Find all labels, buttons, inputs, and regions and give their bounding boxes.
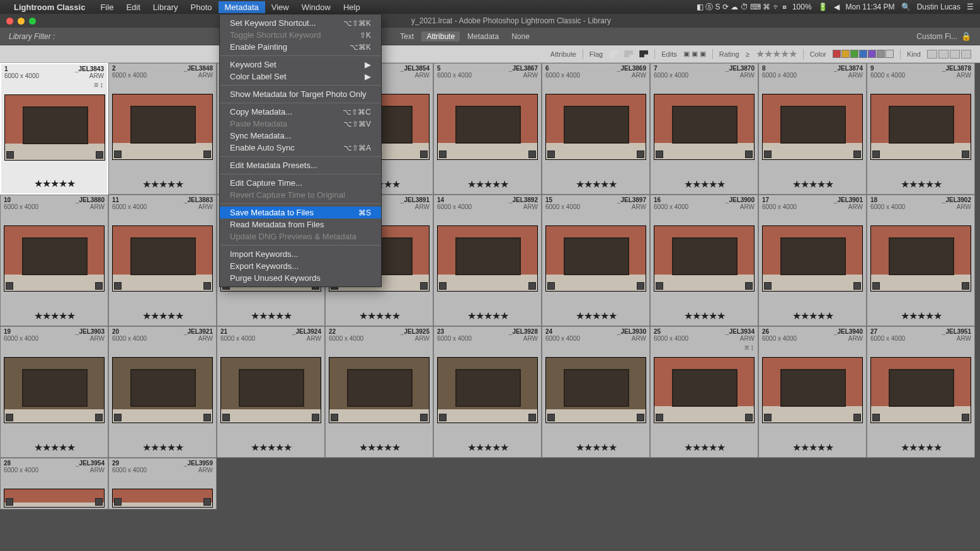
rating-stars[interactable]: ★★★★★ <box>684 178 725 190</box>
menu-item[interactable]: Edit Metadata Presets... <box>220 159 381 171</box>
thumbnail-cell[interactable]: 29_JEL39596000 x 4000ARW <box>108 458 217 509</box>
kind-buttons[interactable] <box>927 50 971 59</box>
rating-stars[interactable]: ★★★★★ <box>142 310 183 322</box>
thumbnail-image[interactable] <box>545 94 646 160</box>
thumbnail-cell[interactable]: 22_JEL39256000 x 4000ARW★★★★★ <box>325 326 433 458</box>
flag-rejected-icon[interactable] <box>639 50 648 57</box>
search-icon[interactable]: 🔍 <box>901 3 911 11</box>
filter-preset[interactable]: Custom Fi... <box>916 32 957 41</box>
menu-item[interactable]: Set Keyword Shortcut...⌥⇧⌘K <box>220 17 381 29</box>
color-swatch[interactable] <box>841 50 850 58</box>
thumbnail-image[interactable] <box>4 94 105 161</box>
rating-stars[interactable]: ★★★★★ <box>251 310 292 322</box>
filter-tab-text[interactable]: Text <box>395 31 419 42</box>
thumbnail-image[interactable] <box>870 357 971 423</box>
menu-item[interactable]: Edit Capture Time... <box>220 177 381 189</box>
thumbnail-image[interactable] <box>112 225 213 292</box>
thumbnail-image[interactable] <box>870 225 971 292</box>
thumbnail-image[interactable] <box>4 225 105 292</box>
thumbnail-cell[interactable]: 1_JEL38436000 x 4000ARW≡↕★★★★★ <box>0 63 108 195</box>
menu-photo[interactable]: Photo <box>185 1 219 13</box>
thumbnail-cell[interactable]: 19_JEL39036000 x 4000ARW★★★★★ <box>0 326 108 458</box>
rating-op[interactable]: ≥ <box>746 50 749 58</box>
color-swatch[interactable] <box>877 50 885 58</box>
thumbnail-cell[interactable]: 11_JEL38836000 x 4000ARW★★★★★ <box>108 195 217 326</box>
filter-tab-attribute[interactable]: Attribute <box>421 31 460 42</box>
thumbnail-cell[interactable]: 2_JEL38486000 x 4000ARW★★★★★ <box>108 63 217 195</box>
thumbnail-cell[interactable]: 20_JEL39216000 x 4000ARW★★★★★ <box>108 326 217 458</box>
traffic-lights[interactable] <box>0 18 42 25</box>
rating-stars[interactable]: ★★★★★ <box>901 310 942 322</box>
thumbnail-cell[interactable]: 26_JEL39406000 x 4000ARW★★★★★ <box>758 326 867 458</box>
thumbnail-image[interactable] <box>654 357 755 423</box>
thumbnail-cell[interactable]: 21_JEL39246000 x 4000ARW★★★★★ <box>217 326 325 458</box>
rating-stars[interactable]: ★★★★★ <box>756 48 797 60</box>
thumbnail-cell[interactable]: 15_JEL38976000 x 4000ARW★★★★★ <box>542 195 650 326</box>
rating-stars[interactable]: ★★★★★ <box>142 178 183 190</box>
rating-stars[interactable]: ★★★★★ <box>684 310 725 322</box>
rating-stars[interactable]: ★★★★★ <box>34 310 75 322</box>
rating-stars[interactable]: ★★★★★ <box>792 310 833 322</box>
menu-window[interactable]: Window <box>295 1 337 13</box>
rating-stars[interactable]: ★★★★★ <box>576 310 617 322</box>
color-swatch[interactable] <box>886 50 894 58</box>
minimize-icon[interactable] <box>18 18 25 25</box>
menu-edit[interactable]: Edit <box>120 1 146 13</box>
thumbnail-cell[interactable]: 9_JEL38786000 x 4000ARW★★★★★ <box>867 63 975 195</box>
lock-icon[interactable]: 🔒 <box>961 31 971 41</box>
menu-item[interactable]: Color Label Set▶ <box>220 71 381 82</box>
rating-stars[interactable]: ★★★★★ <box>792 441 833 453</box>
menu-help[interactable]: Help <box>337 1 367 13</box>
zoom-icon[interactable] <box>29 18 36 25</box>
thumbnail-image[interactable] <box>4 357 105 423</box>
thumbnail-cell[interactable]: 24_JEL39306000 x 4000ARW★★★★★ <box>542 326 650 458</box>
thumbnail-cell[interactable]: 28_JEL39546000 x 4000ARW <box>0 458 108 509</box>
rating-stars[interactable]: ★★★★★ <box>359 441 400 453</box>
thumbnail-image[interactable] <box>762 357 863 423</box>
thumbnail-image[interactable] <box>112 357 213 423</box>
menu-file[interactable]: File <box>94 1 120 13</box>
thumbnail-image[interactable] <box>437 225 538 292</box>
user-name[interactable]: Dustin Lucas <box>917 3 960 11</box>
thumbnail-image[interactable] <box>329 357 430 423</box>
thumbnail-cell[interactable]: 5_JEL38676000 x 4000ARW★★★★★ <box>433 63 542 195</box>
rating-stars[interactable]: ★★★★★ <box>251 441 292 453</box>
thumbnail-image[interactable] <box>545 357 646 423</box>
menu-item[interactable]: Enable Painting⌥⌘K <box>220 41 381 53</box>
menu-icon[interactable]: ☰ <box>967 3 974 11</box>
edits-icon[interactable]: ▣ ▣ ▣ <box>683 50 706 58</box>
menu-item[interactable]: Read Metadata from Files <box>220 219 381 230</box>
thumbnail-cell[interactable]: 23_JEL39286000 x 4000ARW★★★★★ <box>433 326 542 458</box>
menu-item[interactable]: Save Metadata to Files⌘S <box>220 207 381 219</box>
menu-view[interactable]: View <box>265 1 295 13</box>
thumbnail-cell[interactable]: 27_JEL39516000 x 4000ARW★★★★★ <box>867 326 975 458</box>
rating-stars[interactable]: ★★★★★ <box>34 178 75 190</box>
close-icon[interactable] <box>6 18 13 25</box>
thumbnail-image[interactable] <box>762 225 863 292</box>
thumbnail-grid[interactable]: 1_JEL38436000 x 4000ARW≡↕★★★★★2_JEL38486… <box>0 63 980 551</box>
thumbnail-cell[interactable]: 10_JEL38806000 x 4000ARW★★★★★ <box>0 195 108 326</box>
flag-unflagged-icon[interactable] <box>624 50 633 57</box>
menu-item[interactable]: Enable Auto Sync⌥⇧⌘A <box>220 142 381 154</box>
menu-library[interactable]: Library <box>147 1 185 13</box>
rating-stars[interactable]: ★★★★★ <box>576 178 617 190</box>
thumbnail-cell[interactable]: 18_JEL39026000 x 4000ARW★★★★★ <box>867 195 975 326</box>
thumbnail-cell[interactable]: 25_JEL39346000 x 4000ARW≡↕★★★★★ <box>650 326 758 458</box>
thumbnail-image[interactable] <box>654 225 755 292</box>
menu-metadata[interactable]: Metadata <box>219 1 265 13</box>
flag-picked-icon[interactable] <box>609 50 618 57</box>
thumbnail-image[interactable] <box>437 357 538 423</box>
filter-tab-none[interactable]: None <box>506 31 535 42</box>
thumbnail-cell[interactable]: 8_JEL38746000 x 4000ARW★★★★★ <box>758 63 867 195</box>
menu-item[interactable]: Show Metadata for Target Photo Only <box>220 88 381 100</box>
thumbnail-cell[interactable]: 7_JEL38706000 x 4000ARW★★★★★ <box>650 63 758 195</box>
rating-stars[interactable]: ★★★★★ <box>576 441 617 453</box>
volume-icon[interactable]: ◀ <box>834 3 840 11</box>
thumbnail-cell[interactable]: 6_JEL38696000 x 4000ARW★★★★★ <box>542 63 650 195</box>
thumbnail-image[interactable] <box>437 94 538 160</box>
thumbnail-image[interactable] <box>545 225 646 292</box>
thumbnail-image[interactable] <box>112 94 213 160</box>
thumbnail-cell[interactable]: 17_JEL39016000 x 4000ARW★★★★★ <box>758 195 867 326</box>
filter-tab-metadata[interactable]: Metadata <box>462 31 504 42</box>
rating-stars[interactable]: ★★★★★ <box>684 441 725 453</box>
